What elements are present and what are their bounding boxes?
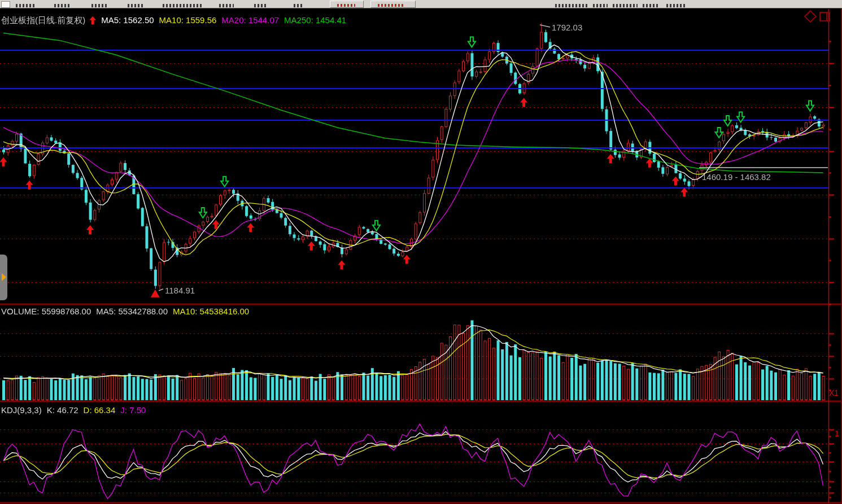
- readout: MA5: 1562.50: [101, 15, 154, 25]
- symbol-title: 创业板指(日线.前复权): [1, 15, 85, 25]
- toolbar-red-button-1[interactable]: [330, 1, 364, 8]
- volume-pane-readout-row: VOLUME: 55998768.00MA5: 55342788.00MA10:…: [1, 306, 259, 316]
- toolbar-clipped-menu[interactable]: [16, 4, 35, 7]
- toolbar-clipped-text: [643, 4, 658, 7]
- volume-scale-label: X1: [829, 388, 839, 397]
- readout: MA5: 55342788.00: [96, 306, 168, 316]
- left-panel-handle[interactable]: [0, 255, 7, 300]
- toolbar-clipped-menu[interactable]: [128, 4, 145, 7]
- toolbar-red-button-label: [378, 4, 404, 7]
- toolbar-clipped-menu[interactable]: [294, 4, 303, 7]
- toolbar-clipped-text: [666, 4, 687, 7]
- up-arrow-icon: [89, 16, 96, 24]
- toolbar-clipped-menu[interactable]: [91, 4, 108, 7]
- toolbar-clipped-menu[interactable]: [254, 4, 268, 7]
- expand-right-icon: [2, 273, 6, 281]
- readout: K: 46.72: [47, 405, 78, 415]
- readout: MA10: 54538416.00: [173, 306, 249, 316]
- kdj-scale-label: 1: [835, 429, 839, 438]
- toolbar-red-button-2[interactable]: [370, 1, 416, 8]
- toolbar-clipped-menu[interactable]: [163, 4, 203, 7]
- toolbar-clipped-text: [555, 4, 588, 7]
- toolbar: [0, 0, 842, 8]
- toolbar-red-button-label: [337, 4, 355, 7]
- readout: VOLUME: 55998768.00: [1, 306, 91, 316]
- ma-readouts: MA5: 1562.50MA10: 1559.56MA20: 1544.07MA…: [101, 15, 351, 25]
- toolbar-clipped-menu[interactable]: [219, 4, 234, 7]
- toolbar-clipped-text: [613, 4, 638, 7]
- readout: MA250: 1454.41: [284, 15, 346, 25]
- toolbar-clipped-menu[interactable]: [54, 4, 71, 7]
- range-annotation: 1460.19 - 1463.82: [702, 172, 771, 182]
- low-price-annotation: 1184.91: [165, 286, 195, 295]
- readout: D: 66.34: [84, 405, 116, 415]
- kdj-pane-readout-row: KDJ(9,3,3)K: 46.72D: 66.34J: 7.50: [1, 405, 156, 415]
- high-price-annotation: 1792.03: [552, 23, 582, 32]
- readout: J: 7.50: [120, 405, 146, 415]
- trading-terminal-window: { "toolbar": { "clipped": true }, "main_…: [0, 0, 842, 504]
- readout: KDJ(9,3,3): [1, 405, 42, 415]
- kdj-readouts: KDJ(9,3,3)K: 46.72D: 66.34J: 7.50: [1, 405, 151, 415]
- price-chart-canvas[interactable]: [0, 0, 842, 504]
- readout: MA20: 1544.07: [221, 15, 279, 25]
- toolbar-app-icon[interactable]: [1, 1, 10, 8]
- toolbar-clipped-text: [593, 4, 608, 7]
- volume-readouts: VOLUME: 55998768.00MA5: 55342788.00MA10:…: [1, 306, 254, 316]
- readout: MA10: 1559.56: [159, 15, 217, 25]
- main-pane-readout-row: 创业板指(日线.前复权)MA5: 1562.50MA10: 1559.56MA2…: [1, 15, 356, 26]
- window-restore-icon[interactable]: [819, 12, 830, 21]
